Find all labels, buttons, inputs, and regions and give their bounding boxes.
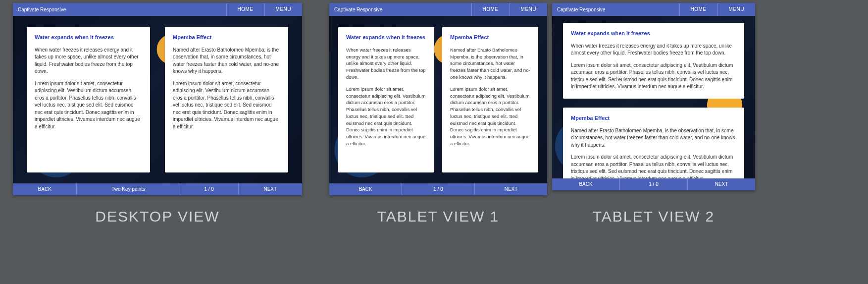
nav-home[interactable]: HOME [226,3,264,16]
content-area: Water expands when it freezes When water… [13,16,302,183]
card-water: Water expands when it freezes When water… [338,27,434,172]
comparison-stage: Captivate Responsive HOME MENU Water exp… [0,0,868,284]
card-water: Water expands when it freezes When water… [563,23,744,99]
card-mpemba-title: Mpemba Effect [173,34,280,42]
card-mpemba-p1: Named after Erasto Batholomeo Mpemba, is… [450,47,530,81]
caption-tablet1: TABLET VIEW 1 [329,208,547,225]
card-water-p1: When water freezes it releases energy an… [346,47,426,81]
nav-menu[interactable]: MENU [264,3,302,16]
caption-desktop: DESKTOP VIEW [13,208,302,225]
page-indicator: 1 / 0 [180,183,238,195]
card-water-p2: Lorem ipsum dolor sit amet, consectetur … [35,80,142,131]
lesson-label: Two Key points [76,183,179,195]
card-water-p1: When water freezes it releases energy an… [571,43,736,57]
card-mpemba-p1: Named after Erasto Batholomeo Mpemba, is… [173,47,280,75]
card-water: Water expands when it freezes When water… [27,27,150,172]
next-button[interactable]: NEXT [687,178,755,190]
card-water-p2: Lorem ipsum dolor sit amet, consectetur … [571,62,736,91]
caption-tablet2: TABLET VIEW 2 [552,208,755,225]
content-area: Water expands when it freezes When water… [329,16,547,183]
nav-menu[interactable]: MENU [717,3,755,16]
page-indicator: 1 / 0 [619,178,687,190]
nav-menu[interactable]: MENU [510,3,547,16]
bottombar: BACK 1 / 0 NEXT [329,183,547,195]
app-title: Captivate Responsive [329,7,471,12]
back-button[interactable]: BACK [329,183,402,195]
nav-home[interactable]: HOME [471,3,510,16]
card-mpemba-p2: Lorem ipsum dolor sit amet, consectetur … [450,86,530,147]
next-button[interactable]: NEXT [474,183,547,195]
card-mpemba-p1: Named after Erasto Batholomeo Mpemba, is… [571,127,736,149]
back-button[interactable]: BACK [13,183,76,195]
back-button[interactable]: BACK [552,178,619,190]
nav-home[interactable]: HOME [679,3,717,16]
card-water-p1: When water freezes it releases energy an… [35,47,142,75]
content-area: Water expands when it freezes When water… [552,16,755,178]
frame-tablet2: Captivate Responsive HOME MENU Water exp… [552,3,755,190]
card-water-title: Water expands when it freezes [571,30,736,38]
bottombar: BACK Two Key points 1 / 0 NEXT [13,183,302,195]
frame-tablet1: Captivate Responsive HOME MENU Water exp… [329,3,547,195]
card-mpemba-title: Mpemba Effect [571,114,736,122]
app-title: Captivate Responsive [552,7,679,12]
topbar: Captivate Responsive HOME MENU [329,3,547,16]
frame-desktop: Captivate Responsive HOME MENU Water exp… [13,3,302,195]
card-mpemba-p2: Lorem ipsum dolor sit amet, consectetur … [173,80,280,131]
app-title: Captivate Responsive [13,7,226,12]
card-mpemba-title: Mpemba Effect [450,34,530,42]
card-mpemba: Mpemba Effect Named after Erasto Batholo… [165,27,288,172]
card-mpemba-p2: Lorem ipsum dolor sit amet, consectetur … [571,154,736,178]
card-water-title: Water expands when it freezes [35,34,142,42]
card-water-p2: Lorem ipsum dolor sit amet, consectetur … [346,86,426,147]
topbar: Captivate Responsive HOME MENU [552,3,755,16]
next-button[interactable]: NEXT [238,183,302,195]
card-mpemba: Mpemba Effect Named after Erasto Batholo… [563,108,744,178]
topbar: Captivate Responsive HOME MENU [13,3,302,16]
card-mpemba: Mpemba Effect Named after Erasto Batholo… [442,27,538,172]
page-indicator: 1 / 0 [402,183,474,195]
card-water-title: Water expands when it freezes [346,34,426,42]
bottombar: BACK 1 / 0 NEXT [552,178,755,190]
